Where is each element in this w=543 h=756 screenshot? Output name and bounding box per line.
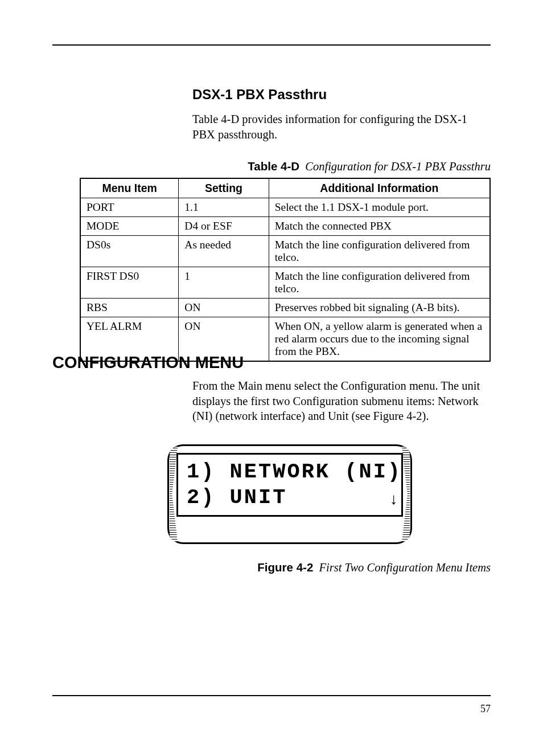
cell-setting: D4 or ESF — [179, 217, 269, 236]
header-rule — [52, 44, 491, 46]
th-info: Additional Information — [269, 178, 490, 198]
section-title-dsx: DSX-1 PBX Passthru — [192, 87, 327, 103]
section-paragraph-dsx: Table 4-D provides information for confi… — [192, 112, 477, 142]
table-row: DS0s As needed Match the line configurat… — [80, 236, 490, 267]
figure-caption-desc: First Two Configuration Menu Items — [316, 561, 491, 574]
config-table: Menu Item Setting Additional Information… — [80, 178, 491, 362]
table-row: PORT 1.1 Select the 1.1 DSX-1 module por… — [80, 198, 490, 217]
table-row: MODE D4 or ESF Match the connected PBX — [80, 217, 490, 236]
footer-rule — [52, 695, 491, 696]
lcd-text: 1) NETWORK (NI) 2) UNIT — [187, 459, 402, 510]
cell-setting: As needed — [179, 236, 269, 267]
cell-menu-item: MODE — [80, 217, 179, 236]
cell-menu-item: FIRST DS0 — [80, 267, 179, 299]
table-caption-lead: Table 4-D — [248, 160, 299, 173]
lcd-display: 1) NETWORK (NI) 2) UNIT ↓ — [167, 444, 412, 544]
table-4d-container: Table 4-D Configuration for DSX-1 PBX Pa… — [80, 160, 491, 362]
cell-setting: ON — [179, 299, 269, 317]
table-header-row: Menu Item Setting Additional Information — [80, 178, 490, 198]
cell-info: Select the 1.1 DSX-1 module port. — [269, 198, 490, 217]
cell-info: When ON, a yellow alarm is generated whe… — [269, 317, 490, 362]
th-menu-item: Menu Item — [80, 178, 179, 198]
cell-setting: 1 — [179, 267, 269, 299]
cell-info: Match the line configuration delivered f… — [269, 267, 490, 299]
page-number: 57 — [480, 703, 491, 715]
th-setting: Setting — [179, 178, 269, 198]
cell-info: Preserves robbed bit signaling (A-B bits… — [269, 299, 490, 317]
cell-menu-item: DS0s — [80, 236, 179, 267]
table-caption-desc: Configuration for DSX-1 PBX Passthru — [302, 160, 491, 173]
figure-caption-lead: Figure 4-2 — [257, 561, 313, 574]
section-title-config-menu: CONFIGURATION MENU — [52, 353, 244, 372]
table-row: FIRST DS0 1 Match the line configuration… — [80, 267, 490, 299]
figure-caption: Figure 4-2 First Two Configuration Menu … — [192, 561, 491, 574]
cell-menu-item: RBS — [80, 299, 179, 317]
cell-info: Match the line configuration delivered f… — [269, 236, 490, 267]
table-caption: Table 4-D Configuration for DSX-1 PBX Pa… — [80, 160, 491, 173]
chevron-down-icon: ↓ — [389, 491, 396, 509]
table-row: RBS ON Preserves robbed bit signaling (A… — [80, 299, 490, 317]
section-paragraph-config-menu: From the Main menu select the Configurat… — [192, 378, 488, 424]
cell-info: Match the connected PBX — [269, 217, 490, 236]
cell-menu-item: PORT — [80, 198, 179, 217]
cell-setting: 1.1 — [179, 198, 269, 217]
